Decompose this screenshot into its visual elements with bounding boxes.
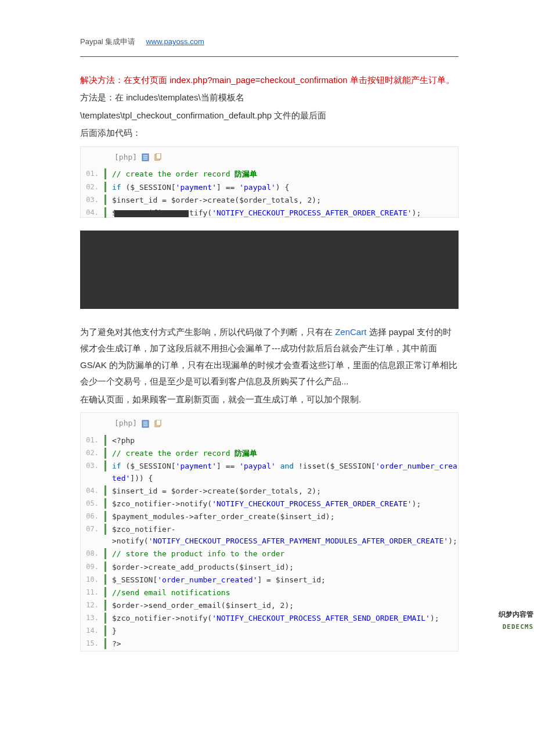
path-line: \templates\tpl_checkout_confirmation_def… [80,107,459,124]
code-line: 06.$payment_modules->after_order_create(… [81,510,458,523]
code-line: 11.//send email notifications [81,586,458,599]
code-line: 02. if ($_SESSION['payment'] == 'paypal'… [81,181,458,194]
code-line: 10.$_SESSION['order_number_created'] = $… [81,574,458,586]
code-line: 03.if ($_SESSION['payment'] == 'paypal' … [81,460,458,484]
explanation-paragraph: 为了避免对其他支付方式产生影响，所以代码做了个判断，只有在 ZenCart 选择… [80,324,459,390]
code-text: $order->create_add_products($insert_id); [112,561,458,573]
line-number: 12. [81,600,106,611]
append-line: 后面添加代码： [80,125,459,142]
copy-icon[interactable] [154,420,161,428]
code-line: 12.$order->send_order_email($insert_id, … [81,599,458,612]
code-text: <?php [112,435,458,447]
code-text: if ($_SESSION['payment'] == 'paypal' and… [112,460,458,484]
line-number: 03. [81,195,106,206]
code-text: $zco_notifier->notify('NOTIFY_CHECKOUT_P… [112,613,458,624]
code-line: 03. $insert_id = $order->create($order_t… [81,194,458,207]
zencart-link[interactable]: ZenCart [335,327,366,337]
code-block-2: [php] 01.<?php 02.// create the order re… [80,412,459,651]
code-line: 04. $zco_notifier->notify('NOTIFY_CHECKO… [81,207,458,219]
watermark-line1: 织梦内容管 [499,608,533,621]
line-number: 10. [81,574,106,585]
code-line: 02.// create the order record 防漏单 [81,447,458,460]
code-text: $zco_notifier->notify('NOTIFY_CHECKOUT_P… [112,207,458,219]
code-line: 07.$zco_notifier->notify('NOTIFY_CHECKOU… [81,523,458,548]
watermark-line2: DEDECMS [499,621,533,633]
method-line: 方法是：在 includes\templates\当前模板名 [80,89,459,106]
line-number: 04. [81,485,106,496]
line-number: 08. [81,548,106,559]
line-number: 05. [81,498,106,509]
code-line: 15.?> [81,638,458,650]
code-text: } [112,625,458,637]
code-toolbar: [php] [81,413,458,434]
line-number: 06. [81,511,106,522]
solution-suffix: 单击按钮时就能产生订单。 [348,75,454,85]
line-number: 01. [81,168,106,179]
line-number: 11. [81,587,106,598]
code-line: 08.// store the product info to the orde… [81,548,458,560]
line-number: 15. [81,638,106,649]
solution-prefix: 解决方法：在支付页面 [80,75,169,85]
line-number: 09. [81,561,106,573]
code-line: 04.$insert_id = $order->create($order_to… [81,485,458,498]
line-number: 14. [81,625,106,636]
line-number: 07. [81,524,106,535]
svg-rect-5 [156,153,161,159]
code-text: $order->send_order_email($insert_id, 2); [112,600,458,611]
para1-a: 为了避免对其他支付方式产生影响，所以代码做了个判断，只有在 [80,327,335,337]
line-number: 04. [81,207,106,218]
solution-paragraph: 解决方法：在支付页面 index.php?main_page=checkout_… [80,72,459,89]
code-language-label: [php] [114,150,137,165]
code-toolbar: [php] [81,147,458,168]
code-text: $insert_id = $order->create($order_total… [112,485,458,497]
code-line: 13.$zco_notifier->notify('NOTIFY_CHECKOU… [81,612,458,625]
solution-code: index.php?main_page=checkout_confirmatio… [169,75,347,85]
redacted-block [80,231,459,309]
line-number: 03. [81,460,106,471]
copy-icon[interactable] [154,153,161,161]
code-text: // create the order record 防漏单 [112,448,458,459]
code-text: // create the order record 防漏单 [112,168,458,180]
code-text: //send email notifications [112,587,458,599]
code-text: $zco_notifier->notify('NOTIFY_CHECKOUT_P… [112,498,458,510]
watermark: 织梦内容管 DEDECMS [499,608,533,633]
refresh-limit-paragraph: 在确认页面，如果顾客一直刷新页面，就会一直生成订单，可以加个限制. [80,391,459,408]
code-text: $insert_id = $order->create($order_total… [112,195,458,206]
code-line: 05.$zco_notifier->notify('NOTIFY_CHECKOU… [81,498,458,510]
header-title: Paypal 集成申请 [80,35,135,49]
code-text: if ($_SESSION['payment'] == 'paypal') { [112,182,458,193]
header-link[interactable]: www.payoss.com [146,35,204,49]
view-source-icon[interactable] [142,420,149,428]
line-number: 13. [81,613,106,624]
line-number: 02. [81,448,106,459]
code-line: 09.$order->create_add_products($insert_i… [81,561,458,574]
view-source-icon[interactable] [142,153,149,161]
code-text: // store the product info to the order [112,548,458,560]
line-number: 01. [81,435,106,446]
code-text: $_SESSION['order_number_created'] = $ins… [112,574,458,586]
code-text: $payment_modules->after_order_create($in… [112,511,458,523]
code-text: ?> [112,638,458,650]
document-header: Paypal 集成申请 www.payoss.com [80,35,459,57]
code-text: $zco_notifier->notify('NOTIFY_CHECKOUT_P… [112,524,458,547]
document-page: Paypal 集成申请 www.payoss.com 解决方法：在支付页面 in… [0,0,534,686]
code-line: 14.} [81,625,458,638]
line-number: 02. [81,182,106,193]
code-line: 01.<?php [81,434,458,447]
svg-rect-11 [156,420,161,426]
code-line: 01. // create the order record 防漏单 [81,168,458,181]
code-language-label: [php] [114,416,137,431]
code-block-1: [php] 01. // create the order record 防漏单… [80,146,459,218]
